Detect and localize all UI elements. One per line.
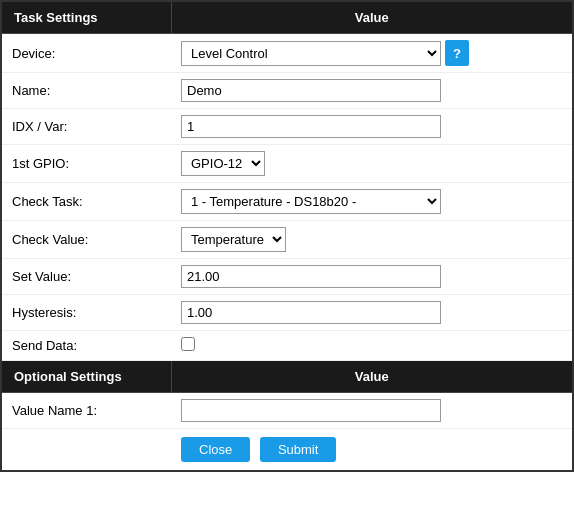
send-data-label: Send Data: xyxy=(1,331,171,361)
hysteresis-label: Hysteresis: xyxy=(1,295,171,331)
optional-settings-header-row: Optional Settings Value xyxy=(1,361,573,393)
optional-value-header: Value xyxy=(171,361,573,393)
send-data-checkbox[interactable] xyxy=(181,337,195,351)
idx-var-input[interactable] xyxy=(181,115,441,138)
device-label: Device: xyxy=(1,34,171,73)
name-input[interactable] xyxy=(181,79,441,102)
set-value-label: Set Value: xyxy=(1,259,171,295)
set-value-row: Set Value: xyxy=(1,259,573,295)
check-task-select[interactable]: 1 - Temperature - DS18b20 - xyxy=(181,189,441,214)
buttons-cell: Close Submit xyxy=(171,429,573,472)
submit-button[interactable]: Submit xyxy=(260,437,336,462)
device-row: Device: Level Control ? xyxy=(1,34,573,73)
check-task-value-cell: 1 - Temperature - DS18b20 - xyxy=(171,183,573,221)
value-header: Value xyxy=(171,1,573,34)
device-controls: Level Control ? xyxy=(181,40,562,66)
set-value-input[interactable] xyxy=(181,265,441,288)
optional-settings-header: Optional Settings xyxy=(1,361,171,393)
buttons-empty-cell xyxy=(1,429,171,472)
set-value-cell xyxy=(171,259,573,295)
gpio-label: 1st GPIO: xyxy=(1,145,171,183)
name-row: Name: xyxy=(1,73,573,109)
buttons-row: Close Submit xyxy=(1,429,573,472)
check-value-row: Check Value: Temperature xyxy=(1,221,573,259)
device-value-cell: Level Control ? xyxy=(171,34,573,73)
name-value-cell xyxy=(171,73,573,109)
hysteresis-input[interactable] xyxy=(181,301,441,324)
value-name1-row: Value Name 1: xyxy=(1,393,573,429)
task-settings-header: Task Settings xyxy=(1,1,171,34)
idx-var-value-cell xyxy=(171,109,573,145)
close-button[interactable]: Close xyxy=(181,437,250,462)
value-name1-input[interactable] xyxy=(181,399,441,422)
help-button[interactable]: ? xyxy=(445,40,469,66)
check-value-select[interactable]: Temperature xyxy=(181,227,286,252)
gpio-select[interactable]: GPIO-12 xyxy=(181,151,265,176)
value-name1-label: Value Name 1: xyxy=(1,393,171,429)
idx-var-row: IDX / Var: xyxy=(1,109,573,145)
check-task-label: Check Task: xyxy=(1,183,171,221)
device-select[interactable]: Level Control xyxy=(181,41,441,66)
send-data-value-cell xyxy=(171,331,573,361)
check-task-row: Check Task: 1 - Temperature - DS18b20 - xyxy=(1,183,573,221)
idx-var-label: IDX / Var: xyxy=(1,109,171,145)
gpio-value-cell: GPIO-12 xyxy=(171,145,573,183)
gpio-row: 1st GPIO: GPIO-12 xyxy=(1,145,573,183)
table-header: Task Settings Value xyxy=(1,1,573,34)
value-name1-value-cell xyxy=(171,393,573,429)
check-value-cell: Temperature xyxy=(171,221,573,259)
check-value-label: Check Value: xyxy=(1,221,171,259)
hysteresis-row: Hysteresis: xyxy=(1,295,573,331)
send-data-row: Send Data: xyxy=(1,331,573,361)
name-label: Name: xyxy=(1,73,171,109)
hysteresis-value-cell xyxy=(171,295,573,331)
